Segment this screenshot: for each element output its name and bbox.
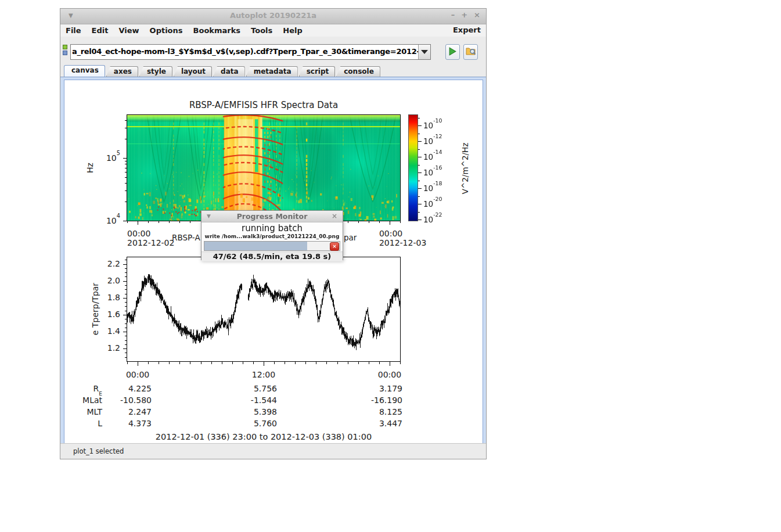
axis-tick xyxy=(125,139,127,139)
axis-tick xyxy=(243,362,243,364)
line-plot-image[interactable] xyxy=(127,257,400,361)
axis-tick xyxy=(123,264,127,265)
ephemeris-value: 5.398 xyxy=(254,407,277,416)
spectrogram-image[interactable] xyxy=(127,115,400,221)
tab-metadata[interactable]: metadata xyxy=(246,66,298,77)
folder-search-icon xyxy=(466,46,476,56)
menu-bookmarks[interactable]: Bookmarks xyxy=(188,25,246,35)
plot2-line-box[interactable] xyxy=(127,257,401,362)
tab-console[interactable]: console xyxy=(336,66,380,77)
uri-input[interactable]: a_rel04_ect-hope-mom-l3_$Y$m$d_v$(v,sep)… xyxy=(72,47,418,56)
axis-tick xyxy=(190,362,190,364)
plot1-ylabel: Hz xyxy=(85,156,95,179)
axis-tick xyxy=(418,118,420,118)
axis-tick xyxy=(125,120,127,121)
axis-tick xyxy=(125,294,127,294)
menu-help[interactable]: Help xyxy=(278,25,307,35)
maximize-icon[interactable]: + xyxy=(461,10,467,19)
menu-tools[interactable]: Tools xyxy=(246,25,278,35)
menu-edit[interactable]: Edit xyxy=(87,25,114,35)
ephemeris-value: 8.125 xyxy=(379,407,402,416)
axis-tick xyxy=(418,134,420,134)
ephemeris-row-label: MLat xyxy=(82,396,102,405)
close-icon[interactable]: × xyxy=(474,10,480,19)
ephemeris-value: -16.190 xyxy=(371,396,402,405)
menu-view[interactable]: View xyxy=(113,25,144,35)
axis-tick xyxy=(123,348,127,349)
axis-tick xyxy=(305,362,306,364)
axis-tick xyxy=(127,221,128,223)
dialog-close-icon[interactable]: × xyxy=(332,212,337,220)
minimize-icon[interactable]: – xyxy=(451,10,455,19)
plot2-ytick-label: 1.4 xyxy=(107,326,120,336)
axis-tick xyxy=(326,362,327,364)
plot1-ytick-label: 105 xyxy=(106,152,120,163)
axis-tick xyxy=(211,362,212,364)
axis-tick xyxy=(418,212,420,213)
ephemeris-value: 5.756 xyxy=(254,384,277,393)
axis-tick xyxy=(123,221,127,221)
ephemeris-value: -1.544 xyxy=(251,396,277,405)
axis-tick xyxy=(379,362,380,364)
ephemeris-value: 4.225 xyxy=(128,384,152,393)
plot1-title: RBSP-A/EMFISIS HFR Spectra Data xyxy=(127,100,400,110)
axis-tick xyxy=(123,158,127,159)
tab-layout[interactable]: layout xyxy=(174,66,212,77)
axis-tick xyxy=(125,344,127,345)
menu-expert[interactable]: Expert xyxy=(453,26,481,34)
menu-options[interactable]: Options xyxy=(145,25,188,35)
axis-tick xyxy=(125,183,127,184)
axis-tick xyxy=(125,272,127,273)
axis-tick xyxy=(285,362,285,364)
inspect-uri-button[interactable] xyxy=(463,44,478,60)
axis-tick xyxy=(418,157,422,157)
plot1-xtick-label: 00:002012-12-03 xyxy=(379,229,426,247)
cancel-button[interactable]: × xyxy=(330,242,339,251)
plot-canvas[interactable]: RBSP-A/EMFISIS HFR Spectra Data Hz V^2/m… xyxy=(64,80,483,444)
tab-canvas[interactable]: canvas xyxy=(64,65,105,77)
ephemeris-value: 5.760 xyxy=(254,419,277,428)
ephemeris-value: -10.580 xyxy=(120,396,152,405)
axis-tick xyxy=(179,362,180,364)
axis-tick xyxy=(348,362,348,364)
progress-detail-label: write /hom...walk3/product_20121224_00.p… xyxy=(201,233,343,240)
plot1-spectrogram-box[interactable] xyxy=(127,114,401,221)
axis-tick xyxy=(125,328,127,328)
tab-style[interactable]: style xyxy=(139,66,172,77)
colorbar-tick-label: 10-10 xyxy=(423,120,442,130)
progress-dialog-titlebar[interactable]: ▼ Progress Monitor × xyxy=(201,211,343,222)
colorbar[interactable] xyxy=(408,114,418,221)
axis-tick xyxy=(400,362,401,364)
axis-tick xyxy=(138,221,138,225)
ephemeris-value: 4.373 xyxy=(128,419,152,428)
tab-bar: canvasaxesstylelayoutdatametadatascriptc… xyxy=(64,66,486,77)
progress-bar-fill xyxy=(204,242,307,250)
axis-tick xyxy=(125,311,127,311)
axis-tick xyxy=(232,362,233,364)
window-title: Autoplot 20190221a xyxy=(60,11,486,20)
axis-tick xyxy=(418,149,420,150)
uri-dropdown-button[interactable] xyxy=(418,45,430,59)
axis-tick xyxy=(125,340,127,341)
uri-toolbar: a_rel04_ect-hope-mom-l3_$Y$m$d_v$(v,sep)… xyxy=(60,37,486,66)
go-button[interactable] xyxy=(445,44,460,60)
tab-script[interactable]: script xyxy=(299,66,336,77)
tab-data[interactable]: data xyxy=(213,66,245,77)
window-titlebar[interactable]: ▼ Autoplot 20190221a – + × xyxy=(60,9,486,24)
axis-tick xyxy=(125,336,127,336)
menu-items: FileEditViewOptionsBookmarksToolsHelp xyxy=(60,24,308,35)
menu-file[interactable]: File xyxy=(60,25,87,35)
colorbar-tick-label: 10-20 xyxy=(423,198,442,209)
axis-tick xyxy=(253,362,254,364)
tab-axes[interactable]: axes xyxy=(106,66,138,77)
blue-square-icon xyxy=(63,51,67,55)
axis-tick xyxy=(125,177,127,178)
window-controls: – + × xyxy=(451,10,480,19)
axis-tick xyxy=(274,362,275,364)
status-bar: plot_1 selected xyxy=(60,443,486,459)
axis-tick xyxy=(125,353,127,353)
progress-status-label: 47/62 (48.5/min, eta 19.8 s) xyxy=(201,251,343,261)
axis-tick xyxy=(159,221,159,223)
axis-tick xyxy=(123,298,127,299)
axis-tick xyxy=(125,161,127,161)
